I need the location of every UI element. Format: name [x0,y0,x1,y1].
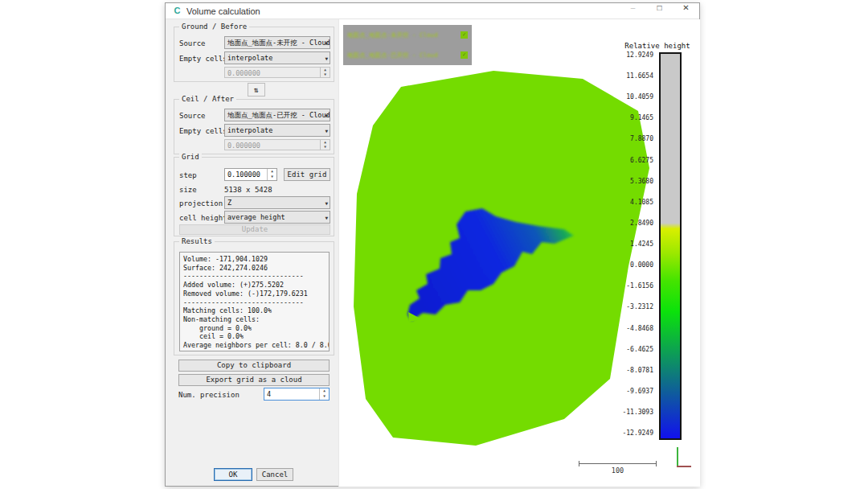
chevron-down-icon: ▼ [325,110,328,121]
grid-projection-combobox[interactable]: Z ▼ [224,196,330,209]
spinner-buttons: ▲ ▼ [320,140,330,150]
swap-icon: ⇅ [254,85,259,94]
spinner-buttons[interactable]: ▲ ▼ [267,169,276,180]
volume-calculation-dialog: C Volume calculation – □ ✕ Ground / Befo… [165,2,700,487]
result-line: Average neighbors per cell: 8.0 / 8.0 [183,341,326,350]
spin-down-icon: ▼ [321,145,330,150]
update-button: Update [179,224,330,235]
ground-default-height-spinbox: 0.000000 ▲ ▼ [224,67,330,78]
ceil-source-combobox[interactable]: 地面点_地面点-已开挖 - Cloud ▼ [224,109,330,121]
spin-down-icon: ▼ [321,72,330,77]
num-precision-label: Num. precision [178,391,240,399]
ok-button-label: OK [229,471,238,479]
scale-tick: -12.9249 [605,429,653,438]
result-line: Added volume: (+)275.5202 [183,281,326,290]
edit-grid-button-label: Edit grid [288,171,327,179]
group-ground-before: Ground / Before Source 地面点_地面点-未开挖 - Clo… [174,27,334,82]
overlay-row-ground[interactable]: 地面点_地面点-未开挖 - Cloud ✓ [343,25,472,45]
num-precision-value: 4 [267,390,271,398]
scale-tick: 5.3680 [605,178,653,186]
maximize-button[interactable]: □ [646,3,673,19]
scale-ruler-line [579,463,657,464]
overlay-ground-label: 地面点_地面点-未开挖 - Cloud [347,31,461,39]
cloudcompare-icon: C [172,6,182,16]
scale-tick: -11.3093 [605,409,653,417]
export-grid-button[interactable]: Export grid as a cloud [178,374,330,386]
scale-ruler-tick [579,461,579,466]
overlay-row-ceil[interactable]: 地面点_地面点-已开挖 - Cloud ✓ [343,45,472,65]
ok-button[interactable]: OK [214,468,252,481]
grid-cell-height-combobox[interactable]: average height ▼ [224,211,330,224]
copy-to-clipboard-label: Copy to clipboard [217,361,291,369]
scale-tick: 6.6275 [605,157,653,165]
group-ground-before-label: Ground / Before [179,23,249,31]
spin-up-icon: ▲ [268,169,276,175]
group-ceil-after-label: Ceil / After [179,95,236,103]
color-scale-title: Relative height [620,42,694,50]
grid-size-value: 5138 x 5428 [224,186,272,194]
ground-empty-cells-combobox[interactable]: interpolate ▼ [224,51,330,64]
num-precision-spinbox[interactable]: 4 ▲ ▼ [264,388,330,401]
scale-tick: 11.6654 [605,72,653,80]
cancel-button-label: Cancel [262,471,289,479]
ground-default-height-value: 0.000000 [227,69,260,77]
close-button[interactable]: ✕ [673,3,699,19]
scale-tick: 2.8490 [605,220,653,228]
result-line: Volume: -171,904.1029 [183,255,326,264]
ground-empty-cells-label: Empty cells [179,55,227,63]
result-separator: ------------------------------ [183,298,326,307]
grid-projection-value: Z [227,199,231,207]
result-separator: ------------------------------ [183,272,326,281]
minimize-button[interactable]: – [620,3,646,19]
grid-step-value: 0.100000 [227,171,260,179]
ground-source-value: 地面点_地面点-未开挖 - Cloud [227,39,330,47]
visibility-check-icon[interactable]: ✓ [461,31,468,39]
update-button-label: Update [242,225,268,233]
export-grid-label: Export grid as a cloud [206,376,301,384]
chevron-down-icon: ▼ [325,212,328,224]
grid-cell-height-value: average height [227,213,285,221]
scale-tick: 9.1465 [605,114,653,122]
ceil-empty-cells-value: interpolate [227,126,272,134]
grid-step-spinbox[interactable]: 0.100000 ▲ ▼ [224,168,277,181]
result-line: Removed volume: (-)172,179.6231 [183,290,326,298]
screenshot-canvas: C Volume calculation – □ ✕ Ground / Befo… [0,0,868,489]
result-line: ceil = 0.0% [183,332,326,341]
ceil-default-height-spinbox: 0.000000 ▲ ▼ [224,139,330,150]
cancel-button[interactable]: Cancel [256,468,293,481]
group-grid-label: Grid [179,153,202,161]
spinner-buttons: ▲ ▼ [320,68,330,77]
ceil-source-label: Source [179,112,206,120]
scale-tick: 12.9249 [605,51,653,60]
group-results-label: Results [179,237,215,245]
ceil-empty-cells-label: Empty cells [179,127,227,135]
results-textbox: Volume: -171,904.1029 Surface: 242,274.0… [179,252,330,351]
viewport-3d[interactable]: 地面点_地面点-未开挖 - Cloud ✓ 地面点_地面点-已开挖 - Clou… [338,19,700,487]
group-ceil-after: Ceil / After Source 地面点_地面点-已开挖 - Cloud … [174,99,334,154]
group-grid: Grid step 0.100000 ▲ ▼ Edit grid size 51… [174,157,334,236]
result-line: Matching cells: 100.0% [183,306,326,315]
grid-step-label: step [179,171,197,179]
ground-source-label: Source [179,39,206,47]
ground-empty-cells-value: interpolate [227,54,272,62]
result-line: ground = 0.0% [183,324,326,333]
color-scale-bar [659,52,682,440]
ceil-empty-cells-combobox[interactable]: interpolate ▼ [224,124,330,137]
ground-source-combobox[interactable]: 地面点_地面点-未开挖 - Cloud ▼ [224,36,330,49]
cloud-list-overlay: 地面点_地面点-未开挖 - Cloud ✓ 地面点_地面点-已开挖 - Clou… [343,25,472,65]
visibility-check-icon[interactable]: ✓ [461,51,468,59]
result-line: Surface: 242,274.0246 [183,264,326,273]
copy-to-clipboard-button[interactable]: Copy to clipboard [178,360,330,372]
scale-tick: -8.0781 [605,367,653,375]
spin-up-icon: ▲ [320,388,329,394]
scale-tick: 1.4245 [605,240,653,249]
axis-y-icon [677,447,678,467]
scale-tick: -6.4625 [605,346,653,354]
spinner-buttons[interactable]: ▲ ▼ [319,388,329,400]
title-bar[interactable]: C Volume calculation – □ ✕ [166,3,699,19]
scale-tick: 10.4059 [605,93,653,101]
scale-ruler-tick [656,461,657,466]
result-line: Non-matching cells: [183,315,326,324]
edit-grid-button[interactable]: Edit grid [284,168,330,181]
swap-ground-ceil-button[interactable]: ⇅ [248,83,265,97]
